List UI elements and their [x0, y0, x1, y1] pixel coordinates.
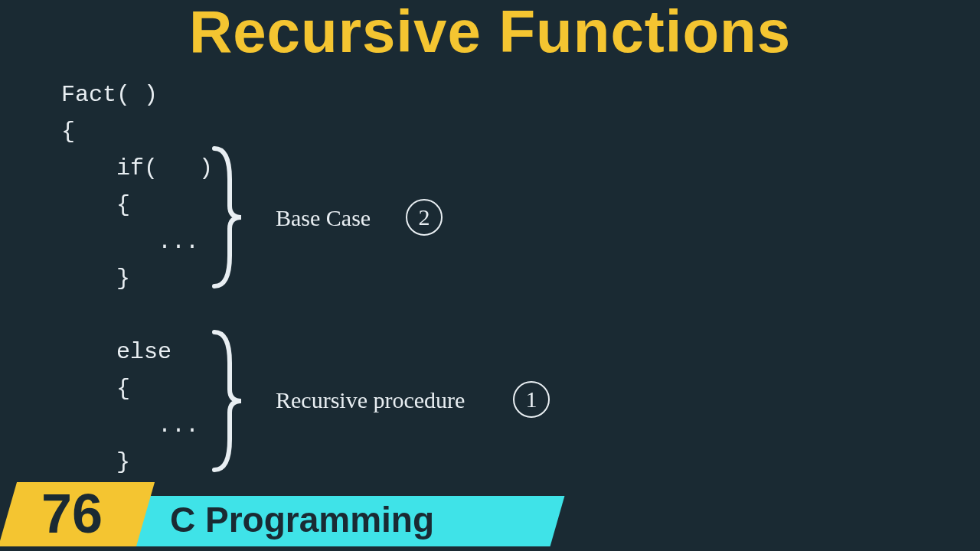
brace-icon — [207, 324, 253, 478]
step-circle-base: 2 — [406, 199, 443, 236]
code-line: } — [61, 266, 130, 292]
code-line: if( ) — [61, 155, 213, 181]
code-line: { — [61, 192, 130, 218]
code-block: Fact( ) { if( ) { ... } else { ... } — [61, 77, 213, 481]
recursive-label: Recursive procedure — [276, 387, 465, 413]
step-number: 2 — [419, 204, 430, 230]
base-case-label: Base Case — [276, 205, 371, 231]
code-line: { — [61, 376, 130, 402]
course-name: C Programming — [170, 499, 434, 540]
step-number: 1 — [526, 386, 537, 412]
code-line: Fact( ) — [61, 82, 158, 108]
lesson-number: 76 — [41, 482, 103, 545]
code-line: else — [61, 339, 172, 365]
code-line: } — [61, 449, 130, 475]
code-line: ... — [61, 412, 199, 439]
brace-icon — [207, 141, 253, 294]
code-line: ... — [61, 229, 199, 255]
slide-title: Recursive Functions — [0, 0, 980, 67]
code-line: { — [61, 119, 75, 145]
step-circle-recursive: 1 — [513, 381, 550, 418]
